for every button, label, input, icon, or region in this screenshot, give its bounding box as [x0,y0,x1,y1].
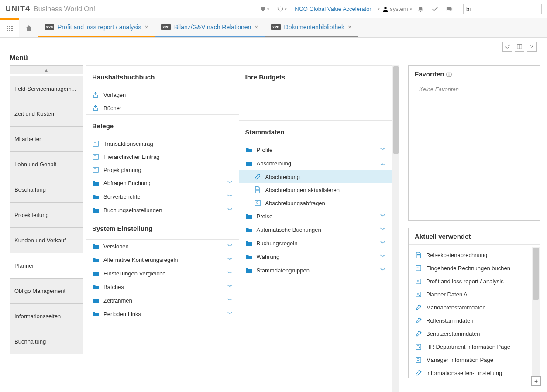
search-icon [415,278,422,285]
add-button[interactable]: + [531,376,541,386]
recent-item[interactable]: HR Department Information Page [409,340,540,353]
menu-link[interactable]: Preise︾ [239,210,392,223]
menu-link[interactable]: Währung︾ [239,250,392,264]
sidebar-item[interactable]: Projektleitung [10,203,83,228]
expand-icon[interactable]: ︾ [227,297,233,304]
menu-link[interactable]: Zeitrahmen︾ [86,294,239,307]
menu-link[interactable]: Abschreibung [239,170,392,183]
recent-item[interactable]: Eingehende Rechnungen buchen [409,261,540,275]
expand-icon[interactable]: ︾ [227,310,233,318]
chat-icon[interactable] [444,4,455,14]
sidebar-item[interactable]: Obligo Management [10,279,83,304]
sidebar-item[interactable]: Mitarbeiter [10,127,83,152]
folder-icon [245,254,252,261]
recent-item[interactable]: Manager Information Page [409,353,540,366]
menu-link[interactable]: Bücher [86,101,239,114]
folder-icon [245,240,252,247]
expand-icon[interactable]: ︾ [227,193,233,200]
recent-item[interactable]: Planner Daten A [409,288,540,301]
menu-link[interactable]: Vorlagen [86,88,239,101]
recent-item[interactable]: Reisekostenabrechnung [409,248,540,261]
menu-link[interactable]: Abschreibungen aktualisieren [239,183,392,196]
menu-link[interactable]: Projektplanung [86,163,239,176]
folder-icon [245,267,252,274]
sidebar-item[interactable]: Buchhaltung [10,329,83,354]
recent-item[interactable]: Benutzerstammdaten [409,327,540,340]
nav-scroll-up[interactable]: ▲ [10,65,83,74]
link-label: Automatische Buchungen [257,227,321,233]
menu-tab-icon[interactable] [0,18,19,37]
expand-icon[interactable]: ︾ [380,240,385,247]
recent-item[interactable]: Rollenstammdaten [409,314,540,327]
recent-item[interactable]: Profit and loss report / analysis [409,275,540,288]
menu-link[interactable]: Abfragen Buchung︾ [86,176,239,190]
tab-label: Bilanz/G&V nach Relationen [174,24,251,31]
menu-link[interactable]: Abschreibung︽ [239,157,392,170]
expand-icon[interactable]: ︾ [227,243,233,250]
expand-icon[interactable]: ︾ [227,206,233,214]
help-icon[interactable]: ⓘ [446,71,452,78]
menu-link[interactable]: Stammdatengruppen︾ [239,264,392,277]
user-menu[interactable]: system ▾ [382,6,412,12]
sidebar-item[interactable]: Informationsseiten [10,304,83,329]
history-icon[interactable]: ▾ [275,4,289,14]
content-scrollbar[interactable] [392,65,399,392]
link-label: Abfragen Buchung [103,180,151,186]
expand-icon[interactable]: ︾ [380,267,385,274]
menu-link[interactable]: Profile︾ [239,143,392,157]
menu-link[interactable]: Transaktionseintrag [86,137,239,150]
menu-link[interactable]: Alternative Kontierungsregeln︾ [86,253,239,267]
expand-icon[interactable]: ︾ [380,213,385,220]
home-tab-icon[interactable] [19,18,38,37]
menu-link[interactable]: Serverberichte︾ [86,190,239,203]
sidebar-item[interactable]: Feld-Servicemanagem... [10,76,83,101]
tab[interactable]: X20Bilanz/G&V nach Relationen× [155,18,265,37]
tab-close-icon[interactable]: × [255,24,258,31]
sidebar-item[interactable]: Lohn und Gehalt [10,152,83,177]
tab-close-icon[interactable]: × [348,24,351,31]
sidebar-item[interactable]: Zeit und Kosten [10,101,83,127]
menu-link[interactable]: Abschreibungsabfragen [239,196,392,210]
favorites-icon[interactable]: ▾ [257,4,272,14]
expand-icon[interactable]: ︾ [227,256,233,264]
help-button[interactable]: ? [527,42,537,52]
bell-icon[interactable] [415,4,427,14]
sidebar-item[interactable]: Kunden und Verkauf [10,228,83,253]
menu-link[interactable]: Buchungseinstellungen︾ [86,203,239,217]
menu-link[interactable]: Perioden Links︾ [86,307,239,321]
search-input[interactable] [463,4,542,14]
refresh-button[interactable] [502,42,512,52]
export-icon [92,91,99,98]
favorites-empty: Keine Favoriten [409,83,540,101]
tab[interactable]: X20Dokumentenbibliothek× [265,18,358,37]
menu-link[interactable]: Automatische Buchungen︾ [239,223,392,237]
doc-icon [415,251,422,258]
sidebar-item[interactable]: Planner [10,253,83,279]
tab-close-icon[interactable]: × [144,24,148,31]
recent-scrollbar[interactable] [532,247,540,378]
expand-icon[interactable]: ︾ [227,270,233,277]
recent-item[interactable]: Mandantenstammdaten [409,301,540,314]
recent-item[interactable]: Informationsseiten-Einstellung [409,366,540,378]
link-label: Preise [257,213,273,220]
tools-icon [415,304,422,311]
menu-link[interactable]: Batches︾ [86,280,239,294]
menu-link[interactable]: Versionen︾ [86,240,239,253]
sidebar-item[interactable]: Beschaffung [10,177,83,203]
collapse-icon[interactable]: ︽ [380,160,385,167]
expand-icon[interactable]: ︾ [380,146,385,154]
menu-link[interactable]: Buchungsregeln︾ [239,237,392,250]
tab[interactable]: X20Profit and loss report / analysis× [38,18,155,37]
folder-icon [92,297,99,304]
menu-link[interactable]: Hierarchischer Eintrag [86,150,239,163]
recent-label: Planner Daten A [426,291,468,298]
check-icon[interactable] [429,4,441,14]
expand-icon[interactable]: ︾ [227,179,233,187]
doc-icon [254,186,261,193]
menu-link[interactable]: Einstellungen Vergleiche︾ [86,267,239,280]
expand-icon[interactable]: ︾ [380,226,385,234]
expand-icon[interactable]: ︾ [380,253,385,261]
org-selector[interactable]: NGO Global Value Accelerator [295,6,371,12]
expand-icon[interactable]: ︾ [227,283,233,291]
columns-button[interactable] [515,42,524,52]
